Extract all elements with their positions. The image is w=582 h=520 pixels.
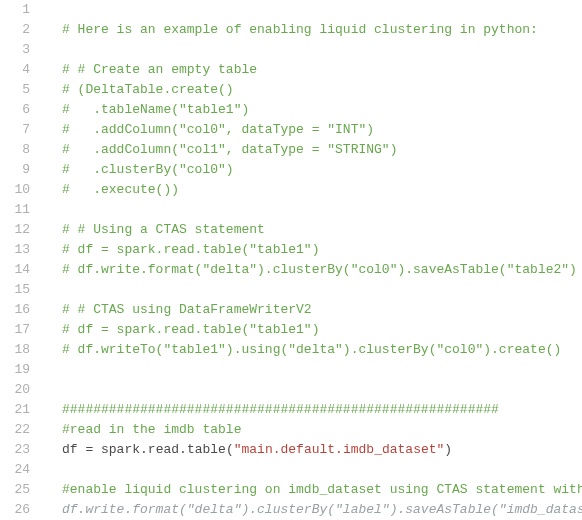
code-token: # .clusterBy("col0") [62, 162, 234, 177]
code-token: # .execute()) [62, 182, 179, 197]
line-number: 19 [0, 360, 30, 380]
line-number: 9 [0, 160, 30, 180]
code-line[interactable]: # df = spark.read.table("table1") [62, 240, 582, 260]
code-line[interactable]: # .execute()) [62, 180, 582, 200]
line-number: 23 [0, 440, 30, 460]
line-number: 25 [0, 480, 30, 500]
code-line[interactable]: df.write.format("delta").clusterBy("labe… [62, 500, 582, 520]
code-line[interactable]: ########################################… [62, 400, 582, 420]
code-line[interactable]: # .addColumn("col1", dataType = "STRING"… [62, 140, 582, 160]
code-line[interactable]: # .tableName("table1") [62, 100, 582, 120]
code-token: table [187, 442, 226, 457]
code-line[interactable] [62, 380, 582, 400]
line-number: 10 [0, 180, 30, 200]
code-token: # df.writeTo("table1").using("delta").cl… [62, 342, 561, 357]
line-number: 21 [0, 400, 30, 420]
line-number: 20 [0, 380, 30, 400]
line-number: 4 [0, 60, 30, 80]
code-token: # (DeltaTable.create() [62, 82, 234, 97]
code-line[interactable]: # (DeltaTable.create() [62, 80, 582, 100]
line-number: 26 [0, 500, 30, 520]
line-number-gutter: 1234567891011121314151617181920212223242… [0, 0, 42, 520]
code-token: "main.default.imdb_dataset" [234, 442, 445, 457]
code-line[interactable]: # # Using a CTAS statement [62, 220, 582, 240]
line-number: 13 [0, 240, 30, 260]
code-token: ) [444, 442, 452, 457]
code-token: # Here is an example of enabling liquid … [62, 22, 538, 37]
code-line[interactable]: # .clusterBy("col0") [62, 160, 582, 180]
code-token: # df = spark.read.table("table1") [62, 322, 319, 337]
code-line[interactable] [62, 460, 582, 480]
code-area[interactable]: # Here is an example of enabling liquid … [42, 0, 582, 520]
code-token: # df.write.format("delta").clusterBy("co… [62, 262, 577, 277]
code-token: # df = spark.read.table("table1") [62, 242, 319, 257]
code-token: #enable liquid clustering on imdb_datase… [62, 482, 582, 497]
code-line[interactable] [62, 200, 582, 220]
code-line[interactable]: df = spark.read.table("main.default.imdb… [62, 440, 582, 460]
line-number: 17 [0, 320, 30, 340]
code-line[interactable] [62, 40, 582, 60]
line-number: 5 [0, 80, 30, 100]
code-token: # .tableName("table1") [62, 102, 249, 117]
code-line[interactable]: #enable liquid clustering on imdb_datase… [62, 480, 582, 500]
code-token: df.write.format("delta").clusterBy("labe… [62, 502, 582, 517]
code-token: . [179, 442, 187, 457]
code-token: # # CTAS using DataFrameWriterV2 [62, 302, 312, 317]
code-line[interactable]: # df.writeTo("table1").using("delta").cl… [62, 340, 582, 360]
line-number: 12 [0, 220, 30, 240]
code-line[interactable]: # df = spark.read.table("table1") [62, 320, 582, 340]
code-line[interactable] [62, 0, 582, 20]
code-token: = [85, 442, 101, 457]
code-editor[interactable]: 1234567891011121314151617181920212223242… [0, 0, 582, 520]
code-line[interactable] [62, 360, 582, 380]
line-number: 2 [0, 20, 30, 40]
code-token: # .addColumn("col0", dataType = "INT") [62, 122, 374, 137]
code-token: . [140, 442, 148, 457]
code-token: #read in the imdb table [62, 422, 241, 437]
code-token: ########################################… [62, 402, 499, 417]
code-line[interactable]: # # CTAS using DataFrameWriterV2 [62, 300, 582, 320]
code-token: read [148, 442, 179, 457]
line-number: 22 [0, 420, 30, 440]
code-token: # # Using a CTAS statement [62, 222, 265, 237]
code-line[interactable]: #read in the imdb table [62, 420, 582, 440]
line-number: 16 [0, 300, 30, 320]
code-token: # # Create an empty table [62, 62, 257, 77]
line-number: 15 [0, 280, 30, 300]
code-line[interactable]: # Here is an example of enabling liquid … [62, 20, 582, 40]
line-number: 7 [0, 120, 30, 140]
code-token: df [62, 442, 85, 457]
line-number: 24 [0, 460, 30, 480]
line-number: 6 [0, 100, 30, 120]
code-token: ( [226, 442, 234, 457]
code-token: # .addColumn("col1", dataType = "STRING"… [62, 142, 397, 157]
line-number: 14 [0, 260, 30, 280]
line-number: 11 [0, 200, 30, 220]
code-line[interactable]: # # Create an empty table [62, 60, 582, 80]
code-token: spark [101, 442, 140, 457]
line-number: 3 [0, 40, 30, 60]
code-line[interactable]: # .addColumn("col0", dataType = "INT") [62, 120, 582, 140]
line-number: 8 [0, 140, 30, 160]
line-number: 1 [0, 0, 30, 20]
line-number: 18 [0, 340, 30, 360]
code-line[interactable]: # df.write.format("delta").clusterBy("co… [62, 260, 582, 280]
code-line[interactable] [62, 280, 582, 300]
